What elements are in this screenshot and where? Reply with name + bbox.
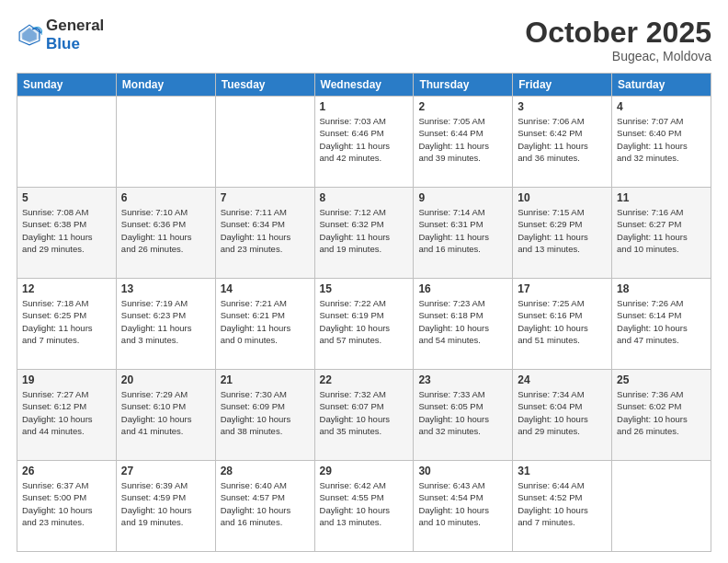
day-number: 17 [518,282,607,295]
day-number: 12 [22,282,111,295]
day-number: 18 [617,282,706,295]
day-number: 31 [518,465,607,477]
calendar-cell: 20Sunrise: 7:29 AM Sunset: 6:10 PM Dayli… [116,370,215,461]
day-number: 10 [518,191,607,204]
calendar-cell [116,97,215,188]
day-info: Sunrise: 7:19 AM Sunset: 6:23 PM Dayligh… [121,297,210,346]
location: Bugeac, Moldova [525,49,711,63]
day-number: 28 [221,465,310,477]
title-block: October 2025 Bugeac, Moldova [525,17,711,63]
day-number: 8 [320,191,409,204]
logo: General Blue [17,17,104,52]
calendar-cell: 16Sunrise: 7:23 AM Sunset: 6:18 PM Dayli… [414,279,513,370]
calendar: SundayMondayTuesdayWednesdayThursdayFrid… [17,73,711,552]
day-info: Sunrise: 6:40 AM Sunset: 4:57 PM Dayligh… [221,479,310,528]
calendar-week-row: 12Sunrise: 7:18 AM Sunset: 6:25 PM Dayli… [17,279,711,370]
page: General Blue October 2025 Bugeac, Moldov… [0,0,728,563]
day-of-week-header: Monday [116,74,215,97]
day-number: 14 [221,282,310,295]
logo-icon [17,22,42,48]
day-info: Sunrise: 7:26 AM Sunset: 6:14 PM Dayligh… [617,297,706,346]
day-info: Sunrise: 7:27 AM Sunset: 6:12 PM Dayligh… [22,388,111,437]
calendar-cell: 14Sunrise: 7:21 AM Sunset: 6:21 PM Dayli… [215,279,314,370]
calendar-cell: 8Sunrise: 7:12 AM Sunset: 6:32 PM Daylig… [314,188,414,279]
day-of-week-header: Thursday [414,74,513,97]
calendar-cell: 24Sunrise: 7:34 AM Sunset: 6:04 PM Dayli… [513,370,612,461]
day-number: 11 [617,191,706,204]
calendar-cell: 30Sunrise: 6:43 AM Sunset: 4:54 PM Dayli… [414,461,513,552]
calendar-cell: 22Sunrise: 7:32 AM Sunset: 6:07 PM Dayli… [314,370,414,461]
day-of-week-header: Wednesday [314,74,414,97]
day-number: 2 [418,100,507,113]
calendar-cell: 17Sunrise: 7:25 AM Sunset: 6:16 PM Dayli… [513,279,612,370]
day-number: 3 [518,100,607,113]
day-number: 15 [320,282,409,295]
day-info: Sunrise: 7:03 AM Sunset: 6:46 PM Dayligh… [320,115,409,164]
day-info: Sunrise: 6:42 AM Sunset: 4:55 PM Dayligh… [320,479,409,528]
calendar-cell: 19Sunrise: 7:27 AM Sunset: 6:12 PM Dayli… [17,370,117,461]
day-number: 29 [320,465,409,477]
day-info: Sunrise: 7:05 AM Sunset: 6:44 PM Dayligh… [418,115,507,164]
logo-text: General Blue [46,17,104,52]
day-info: Sunrise: 7:11 AM Sunset: 6:34 PM Dayligh… [221,206,310,255]
day-info: Sunrise: 7:25 AM Sunset: 6:16 PM Dayligh… [518,297,607,346]
day-info: Sunrise: 7:12 AM Sunset: 6:32 PM Dayligh… [320,206,409,255]
month-title: October 2025 [525,17,711,49]
calendar-cell: 28Sunrise: 6:40 AM Sunset: 4:57 PM Dayli… [215,461,314,552]
calendar-week-row: 19Sunrise: 7:27 AM Sunset: 6:12 PM Dayli… [17,370,711,461]
calendar-cell: 9Sunrise: 7:14 AM Sunset: 6:31 PM Daylig… [414,188,513,279]
day-info: Sunrise: 7:23 AM Sunset: 6:18 PM Dayligh… [418,297,507,346]
calendar-cell [215,97,314,188]
day-number: 19 [22,373,111,386]
calendar-cell: 1Sunrise: 7:03 AM Sunset: 6:46 PM Daylig… [314,97,414,188]
day-info: Sunrise: 7:32 AM Sunset: 6:07 PM Dayligh… [320,388,409,437]
day-number: 13 [121,282,210,295]
calendar-cell: 27Sunrise: 6:39 AM Sunset: 4:59 PM Dayli… [116,461,215,552]
day-info: Sunrise: 6:39 AM Sunset: 4:59 PM Dayligh… [121,479,210,528]
calendar-cell: 11Sunrise: 7:16 AM Sunset: 6:27 PM Dayli… [612,188,711,279]
day-info: Sunrise: 7:21 AM Sunset: 6:21 PM Dayligh… [221,297,310,346]
calendar-cell: 21Sunrise: 7:30 AM Sunset: 6:09 PM Dayli… [215,370,314,461]
day-number: 30 [418,465,507,477]
day-info: Sunrise: 7:34 AM Sunset: 6:04 PM Dayligh… [518,388,607,437]
day-info: Sunrise: 7:36 AM Sunset: 6:02 PM Dayligh… [617,388,706,437]
day-info: Sunrise: 7:07 AM Sunset: 6:40 PM Dayligh… [617,115,706,164]
day-number: 21 [221,373,310,386]
day-number: 26 [22,465,111,477]
day-info: Sunrise: 7:14 AM Sunset: 6:31 PM Dayligh… [418,206,507,255]
day-info: Sunrise: 7:16 AM Sunset: 6:27 PM Dayligh… [617,206,706,255]
day-info: Sunrise: 7:10 AM Sunset: 6:36 PM Dayligh… [121,206,210,255]
calendar-cell: 23Sunrise: 7:33 AM Sunset: 6:05 PM Dayli… [414,370,513,461]
calendar-cell: 29Sunrise: 6:42 AM Sunset: 4:55 PM Dayli… [314,461,414,552]
day-info: Sunrise: 7:06 AM Sunset: 6:42 PM Dayligh… [518,115,607,164]
calendar-cell: 2Sunrise: 7:05 AM Sunset: 6:44 PM Daylig… [414,97,513,188]
day-info: Sunrise: 6:44 AM Sunset: 4:52 PM Dayligh… [518,479,607,528]
calendar-header-row: SundayMondayTuesdayWednesdayThursdayFrid… [17,74,711,97]
calendar-cell: 5Sunrise: 7:08 AM Sunset: 6:38 PM Daylig… [17,188,117,279]
day-info: Sunrise: 7:29 AM Sunset: 6:10 PM Dayligh… [121,388,210,437]
day-info: Sunrise: 7:18 AM Sunset: 6:25 PM Dayligh… [22,297,111,346]
day-number: 7 [221,191,310,204]
day-info: Sunrise: 6:43 AM Sunset: 4:54 PM Dayligh… [418,479,507,528]
day-number: 5 [22,191,111,204]
calendar-cell: 7Sunrise: 7:11 AM Sunset: 6:34 PM Daylig… [215,188,314,279]
day-of-week-header: Tuesday [215,74,314,97]
calendar-cell: 18Sunrise: 7:26 AM Sunset: 6:14 PM Dayli… [612,279,711,370]
day-info: Sunrise: 7:30 AM Sunset: 6:09 PM Dayligh… [221,388,310,437]
day-number: 24 [518,373,607,386]
day-number: 22 [320,373,409,386]
calendar-cell: 12Sunrise: 7:18 AM Sunset: 6:25 PM Dayli… [17,279,117,370]
calendar-week-row: 5Sunrise: 7:08 AM Sunset: 6:38 PM Daylig… [17,188,711,279]
day-of-week-header: Sunday [17,74,117,97]
calendar-cell: 10Sunrise: 7:15 AM Sunset: 6:29 PM Dayli… [513,188,612,279]
day-of-week-header: Saturday [612,74,711,97]
calendar-cell: 25Sunrise: 7:36 AM Sunset: 6:02 PM Dayli… [612,370,711,461]
calendar-cell: 31Sunrise: 6:44 AM Sunset: 4:52 PM Dayli… [513,461,612,552]
day-number: 27 [121,465,210,477]
calendar-week-row: 26Sunrise: 6:37 AM Sunset: 5:00 PM Dayli… [17,461,711,552]
day-info: Sunrise: 7:08 AM Sunset: 6:38 PM Dayligh… [22,206,111,255]
day-number: 9 [418,191,507,204]
day-number: 6 [121,191,210,204]
day-number: 23 [418,373,507,386]
calendar-cell: 3Sunrise: 7:06 AM Sunset: 6:42 PM Daylig… [513,97,612,188]
